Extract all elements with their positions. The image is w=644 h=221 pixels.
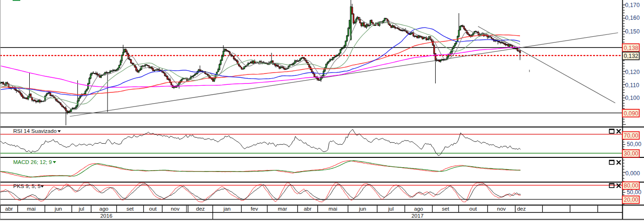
svg-text:2016: 2016 <box>100 213 113 219</box>
svg-text:jun: jun <box>358 206 366 212</box>
svg-text:jan: jan <box>223 206 231 212</box>
svg-text:dez: dez <box>196 206 205 212</box>
svg-text:20,00: 20,00 <box>624 196 638 203</box>
svg-text:PKS 9; 5; 5: PKS 9; 5; 5 <box>13 183 41 189</box>
svg-text:out: out <box>149 206 157 212</box>
svg-text:50,00: 50,00 <box>627 189 642 196</box>
svg-text:0,000: 0,000 <box>626 170 640 177</box>
svg-text:MACD 26; 12; 9: MACD 26; 12; 9 <box>13 159 52 165</box>
svg-text:nov: nov <box>497 206 506 212</box>
svg-text:fev: fev <box>251 206 258 212</box>
svg-text:0,100: 0,100 <box>625 95 640 101</box>
svg-text:set: set <box>442 206 449 212</box>
svg-text:mai: mai <box>329 206 338 212</box>
svg-text:RSI 14 Suavizado: RSI 14 Suavizado <box>13 128 57 134</box>
svg-text:dez: dez <box>517 206 526 212</box>
svg-text:nov: nov <box>171 206 180 212</box>
svg-text:ago: ago <box>414 206 423 212</box>
svg-text:abr: abr <box>5 206 13 212</box>
svg-text:0,170: 0,170 <box>625 2 640 8</box>
svg-text:mai: mai <box>27 206 36 212</box>
svg-text:ago: ago <box>99 206 108 212</box>
svg-text:2017: 2017 <box>412 213 424 219</box>
svg-text:70,00: 70,00 <box>624 132 638 139</box>
svg-text:jul: jul <box>78 206 84 212</box>
svg-text:0,132: 0,132 <box>624 53 638 59</box>
svg-text:80,00: 80,00 <box>624 182 638 189</box>
svg-text:0,090: 0,090 <box>624 110 638 117</box>
svg-text:0,150: 0,150 <box>625 28 640 35</box>
svg-text:0,110: 0,110 <box>625 82 639 89</box>
svg-text:jun: jun <box>54 206 62 212</box>
svg-text:50,00: 50,00 <box>627 141 642 147</box>
svg-text:out: out <box>470 206 478 212</box>
svg-text:0,120: 0,120 <box>625 69 640 75</box>
svg-text:abr: abr <box>304 206 312 212</box>
svg-text:0,160: 0,160 <box>625 15 640 21</box>
svg-text:30,00: 30,00 <box>624 150 638 157</box>
svg-text:0,138: 0,138 <box>624 45 638 51</box>
svg-text:mar: mar <box>278 206 287 212</box>
svg-text:jul: jul <box>388 206 394 212</box>
svg-text:set: set <box>126 206 134 212</box>
